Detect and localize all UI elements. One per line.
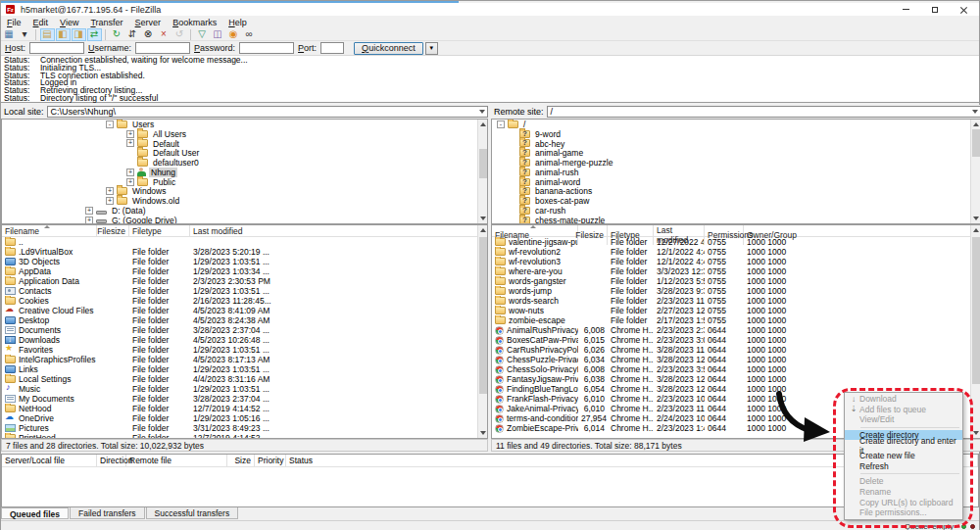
tree-item[interactable]: +G: (Google Drive) (2, 216, 487, 224)
file-row[interactable]: DownloadsFile folder4/5/2023 10:26:48 ..… (2, 335, 487, 345)
tree-item[interactable]: -Users (2, 120, 487, 129)
column-header-last-modified[interactable]: Last modified (654, 225, 705, 245)
queue-column-priority[interactable]: Priority (255, 455, 286, 466)
remote-list-scrollbar[interactable] (970, 225, 980, 438)
toggle-remote-tree-button[interactable]: ◨ (72, 28, 86, 41)
file-row[interactable]: Application DataFile folder2/3/2023 2:30… (2, 276, 487, 286)
queue-column-remote-file[interactable]: Remote file (126, 455, 227, 466)
tree-item[interactable]: Default User (2, 148, 487, 158)
file-row[interactable]: LinksFile folder1/29/2023 1:03:51 ... (2, 364, 487, 374)
tab-successful-transfers[interactable]: Successful transfers (146, 507, 239, 519)
tree-item[interactable]: +All Users (2, 129, 487, 139)
context-menu-item-create-directory-and-enter-it[interactable]: Create directory and enter it (845, 440, 962, 451)
menu-item-help[interactable]: Help (222, 18, 253, 27)
file-row[interactable]: OneDriveFile folder1/29/2023 1:05:16 ... (2, 413, 487, 423)
expand-icon[interactable]: + (106, 197, 114, 205)
find-files-button[interactable]: ∞ (242, 28, 257, 41)
tree-item[interactable]: +D: (Data) (2, 206, 487, 216)
toggle-transfer-queue-button[interactable]: ⇄ (87, 28, 102, 41)
file-row[interactable]: CarRushPrivacyPolicy...6,026Chrome H...3… (492, 345, 980, 355)
file-row[interactable]: PicturesFile folder3/31/2023 8:49:23 ... (2, 423, 487, 433)
file-row[interactable]: BoxesCatPaw-Privacy...6,015Chrome H...2/… (492, 335, 980, 345)
expand-icon[interactable]: + (106, 187, 114, 195)
menu-item-transfer[interactable]: Transfer (84, 18, 128, 27)
column-header-filetype[interactable]: Filetype (129, 225, 190, 236)
expand-icon[interactable]: + (126, 130, 134, 138)
file-row[interactable]: words-gangsterFile folder1/12/2023 5:51:… (492, 276, 980, 286)
toggle-message-log-button[interactable]: ▤ (40, 28, 55, 41)
tree-item[interactable]: +Windows.old (2, 196, 487, 206)
directory-compare-button[interactable]: ◫ (211, 28, 225, 41)
expand-icon[interactable]: + (126, 178, 134, 186)
local-tree-scrollbar[interactable] (477, 120, 487, 223)
column-header-owner-group[interactable]: Owner/Group (744, 225, 980, 245)
site-manager-dropdown-button[interactable]: ▾ (18, 28, 32, 41)
toggle-local-tree-button[interactable]: ◧ (56, 28, 71, 41)
file-row[interactable]: MusicFile folder1/29/2023 1:03:51 ... (2, 384, 487, 394)
file-row[interactable]: ChessPuzzle-PrivacyP...6,034Chrome H...3… (492, 355, 980, 364)
file-row[interactable]: words-searchFile folder2/23/2023 11:1...… (492, 296, 980, 306)
maximize-button[interactable] (920, 3, 950, 16)
menu-item-edit[interactable]: Edit (27, 18, 55, 27)
expand-icon[interactable]: + (126, 169, 134, 176)
file-row[interactable]: wf-revolution2File folder12/1/2022 4:47:… (492, 247, 980, 257)
collapse-icon[interactable]: - (106, 120, 114, 128)
menu-item-view[interactable]: View (54, 18, 84, 27)
disconnect-button[interactable]: × (157, 28, 172, 41)
file-row[interactable]: ContactsFile folder1/29/2023 1:03:51 ... (2, 286, 487, 296)
scrollbar-thumb[interactable] (479, 237, 487, 394)
local-list-scrollbar[interactable] (477, 225, 487, 438)
expand-icon[interactable]: + (85, 217, 93, 224)
file-row[interactable]: wf-revolution3File folder12/1/2022 4:47:… (492, 257, 980, 266)
synchronized-browsing-button[interactable]: ◉ (226, 28, 241, 41)
scrollbar-thumb[interactable] (972, 129, 980, 157)
menu-item-file[interactable]: File (1, 18, 27, 27)
tree-item[interactable]: car-rush (492, 206, 980, 216)
host-input[interactable] (29, 42, 84, 54)
file-row[interactable]: DesktopFile folder4/5/2023 8:24:38 AM (2, 315, 487, 325)
quickconnect-button[interactable]: Quickconnect (354, 42, 423, 55)
file-row[interactable]: Local SettingsFile folder4/4/2023 8:31:1… (2, 374, 487, 384)
queue-column-server-local-file[interactable]: Server/Local file (2, 455, 97, 466)
directory-filter-button[interactable]: ▽ (195, 28, 210, 41)
tab-queued-files[interactable]: Queued files (1, 507, 69, 519)
file-row[interactable]: ChessSolo-PrivacyPoli...6,008Chrome H...… (492, 364, 980, 374)
tree-item[interactable]: animal-rush (492, 168, 980, 177)
quickconnect-dropdown-button[interactable]: ▾ (425, 42, 438, 55)
file-row[interactable]: where-are-youFile folder3/3/2023 12:33:.… (492, 266, 980, 276)
tree-item[interactable]: chess-mate-puzzle (492, 216, 980, 224)
refresh-button[interactable]: ↻ (110, 28, 124, 41)
column-header-filename[interactable]: Filename (2, 225, 97, 236)
minimize-button[interactable] (891, 3, 920, 16)
queue-column-direction[interactable]: Direction (97, 455, 126, 466)
close-button[interactable] (950, 3, 979, 16)
tree-item[interactable]: defaultuser0 (2, 158, 487, 168)
site-manager-button[interactable]: ▦ (2, 28, 17, 41)
file-row[interactable]: words-jumpFile folder3/28/2023 9:30:...0… (492, 286, 980, 296)
tree-item[interactable]: banana-actions (492, 187, 980, 197)
column-header-permissions[interactable]: Permissions (705, 225, 744, 245)
tree-item[interactable]: +Public (2, 177, 487, 187)
menu-item-server[interactable]: Server (129, 18, 168, 27)
tab-failed-transfers[interactable]: Failed transfers (70, 507, 145, 519)
file-row[interactable]: wow-nutsFile folder2/27/2023 12:4...0755… (492, 306, 980, 315)
file-row[interactable]: DocumentsFile folder3/28/2023 2:37:04 ..… (2, 325, 487, 335)
remote-tree-scrollbar[interactable] (970, 120, 980, 223)
cancel-operation-button[interactable]: ⊗ (141, 28, 156, 41)
file-row[interactable]: My DocumentsFile folder3/28/2023 2:37:04… (2, 394, 487, 404)
file-row[interactable]: 3D ObjectsFile folder1/29/2023 1:03:51 .… (2, 257, 487, 266)
file-row[interactable]: .Ld9VirtualBoxFile folder3/28/2023 5:20:… (2, 247, 487, 257)
tree-item[interactable]: +Default (2, 139, 487, 149)
tree-item[interactable]: animal-merge-puzzle (492, 158, 980, 168)
tree-item[interactable]: +Windows (2, 187, 487, 197)
file-row[interactable]: FavoritesFile folder1/29/2023 1:03:51 ..… (2, 345, 487, 355)
file-row[interactable]: IntelGraphicsProfilesFile folder4/5/2023… (2, 355, 487, 364)
scrollbar-thumb[interactable] (479, 149, 487, 178)
file-row[interactable]: Creative Cloud FilesFile folder4/5/2023 … (2, 306, 487, 315)
remote-site-combobox[interactable]: / (547, 106, 980, 118)
column-header-filesize[interactable]: Filesize (578, 225, 608, 245)
expand-icon[interactable]: + (85, 207, 93, 215)
tree-item[interactable]: -/ (492, 120, 980, 129)
file-row[interactable]: zombie-escapeFile folder2/17/2023 1:52:.… (492, 315, 980, 325)
file-row[interactable]: NetHoodFile folder12/7/2019 4:14:52 ... (2, 404, 487, 413)
